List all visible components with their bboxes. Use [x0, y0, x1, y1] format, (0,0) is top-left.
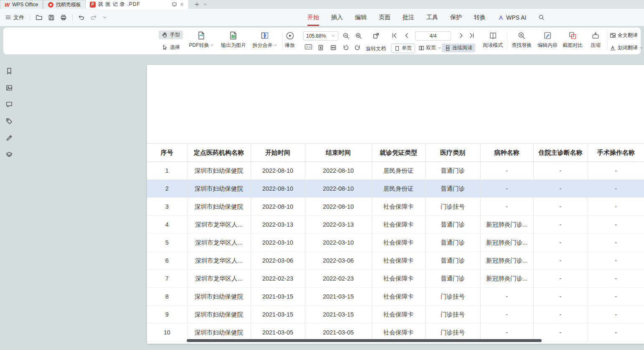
sidebar-layers-button[interactable] — [5, 151, 13, 158]
menu-tab-tools[interactable]: 工具 — [426, 9, 438, 26]
table-header-cell: 序号 — [147, 144, 187, 162]
continuous-read-button[interactable]: 连续阅读 — [442, 43, 475, 52]
separator — [607, 32, 608, 50]
table-row: 7深圳市龙华区人...2022-02-232022-02-23社会保障卡普通门诊… — [147, 270, 644, 288]
table-row: 2深圳市妇幼保健院2022-08-102022-08-10居民身份证普通门诊--… — [147, 180, 644, 198]
sidebar-annotate-button[interactable] — [5, 134, 13, 142]
table-cell: 10 — [147, 324, 187, 342]
zoom-in-button[interactable] — [355, 32, 362, 39]
table-cell: 1 — [147, 162, 187, 180]
one-to-one-button[interactable]: 1:1 — [305, 44, 312, 49]
table-cell: 新冠肺炎门诊... — [480, 270, 533, 288]
new-tab-button[interactable] — [193, 0, 201, 9]
table-cell: 3 — [147, 198, 187, 216]
page-indicator-input[interactable]: 4/4 — [415, 31, 451, 41]
tab-monitor-icon[interactable] — [172, 2, 177, 7]
tab-close-icon[interactable] — [180, 2, 184, 7]
undo-history-chevron[interactable] — [102, 15, 107, 20]
table-row: 9深圳市妇幼保健院2021-03-152021-03-15社会保障卡门诊挂号--… — [147, 306, 644, 324]
app-tab[interactable]: W WPS Office — [0, 0, 43, 9]
next-page-button[interactable] — [458, 32, 464, 39]
open-file-button[interactable] — [35, 14, 43, 21]
table-cell: - — [533, 180, 588, 198]
docer-template-tab[interactable]: 找稻壳模板 — [43, 0, 86, 9]
menu-tab-page[interactable]: 页面 — [379, 9, 390, 26]
table-cell: - — [588, 234, 644, 252]
table-cell: - — [588, 216, 644, 234]
hand-tool-label: 手型 — [170, 31, 180, 38]
print-button[interactable] — [60, 14, 67, 21]
last-page-button[interactable] — [469, 32, 475, 39]
menu-tab-edit[interactable]: 编辑 — [355, 9, 367, 26]
export-image-icon — [229, 31, 238, 40]
prev-page-button[interactable] — [403, 32, 410, 39]
sidebar-tag-button[interactable] — [5, 118, 13, 125]
read-mode-button[interactable]: 阅读模式 — [480, 31, 505, 49]
table-header-cell: 开始时间 — [251, 144, 305, 162]
one-to-one-label: 1:1 — [305, 44, 312, 49]
save-button[interactable] — [48, 14, 55, 21]
play-label: 播放 — [285, 42, 295, 49]
sidebar-thumbnail-button[interactable] — [5, 84, 13, 92]
document-tab[interactable]: P 就 医 记 录 .PDF — [86, 0, 188, 9]
continuous-read-icon — [445, 45, 451, 51]
table-cell: 2 — [147, 180, 187, 198]
table-cell: - — [480, 162, 533, 180]
compress-button[interactable]: 压缩 — [586, 31, 605, 49]
first-page-button[interactable] — [391, 32, 398, 39]
file-menu-button[interactable]: 文件 — [5, 14, 24, 21]
table-cell: 门诊挂号 — [425, 198, 480, 216]
fit-width-button[interactable] — [330, 44, 337, 51]
undo-button[interactable] — [78, 14, 85, 21]
zoom-out-button[interactable] — [342, 32, 350, 39]
document-viewport[interactable]: 序号定点医药机构名称开始时间结束时间就诊凭证类型医疗类别病种名称住院主诊断名称手… — [18, 55, 644, 350]
horizontal-scrollbar[interactable] — [187, 339, 542, 342]
table-cell: 2022-03-13 — [305, 216, 372, 234]
table-cell: - — [533, 198, 588, 216]
wps-ai-button[interactable]: WPS AI — [498, 14, 526, 21]
table-cell: 社会保障卡 — [372, 252, 425, 270]
menu-tab-home[interactable]: 开始 — [307, 9, 319, 26]
sidebar-comment-button[interactable] — [5, 101, 13, 108]
rotate-doc-button[interactable]: 旋转文档 — [366, 45, 386, 52]
rotate-left-button[interactable] — [342, 44, 349, 51]
window-tab-bar: W WPS Office 找稻壳模板 P 就 医 记 录 .PDF — [0, 0, 644, 9]
pdf-file-icon: P — [90, 2, 96, 8]
export-image-button[interactable]: 输出为图片 — [218, 31, 249, 49]
double-page-button[interactable]: 双页 — [418, 44, 441, 51]
table-cell: 社会保障卡 — [372, 216, 425, 234]
hamburger-icon — [5, 14, 11, 20]
table-cell: 9 — [147, 306, 187, 324]
fit-page-button[interactable] — [317, 44, 324, 51]
screenshot-compare-button[interactable]: 截图对比 — [560, 31, 585, 49]
zoom-level-combobox[interactable]: 105.88% — [303, 31, 338, 41]
pdf-convert-label: PDF转换 — [189, 42, 209, 49]
redo-button[interactable] — [90, 14, 97, 21]
hand-tool-button[interactable]: 手型 — [159, 31, 183, 39]
table-cell: 社会保障卡 — [372, 306, 425, 324]
menu-search-button[interactable] — [538, 14, 545, 20]
pdf-convert-button[interactable]: PDF转换 — [185, 31, 217, 49]
table-cell: 2021-03-15 — [251, 288, 305, 306]
menu-tab-convert[interactable]: 转换 — [474, 9, 486, 26]
split-merge-button[interactable]: 拆分合并 — [250, 31, 280, 49]
table-header-cell: 医疗类别 — [425, 144, 480, 162]
ribbon-toolbar: 手型 选择 PDF转换 输出为图片 — [3, 28, 641, 54]
menu-tab-comment[interactable]: 批注 — [403, 9, 414, 26]
table-cell: 社会保障卡 — [372, 234, 425, 252]
edit-content-button[interactable]: 编辑内容 — [535, 31, 560, 49]
table-cell: 居民身份证 — [372, 180, 425, 198]
sidebar-bookmark-button[interactable] — [5, 67, 13, 75]
full-translate-button[interactable]: 全文翻译 — [610, 32, 638, 39]
table-cell: 2022-02-23 — [305, 270, 372, 288]
single-page-button[interactable]: 单页 — [391, 43, 415, 53]
fit-window-button[interactable] — [373, 32, 380, 39]
word-translate-button[interactable]: 划词翻译 — [610, 44, 643, 51]
menu-tab-protect[interactable]: 保护 — [450, 9, 462, 26]
menu-tab-insert[interactable]: 插入 — [331, 9, 343, 26]
rotate-right-button[interactable] — [354, 44, 361, 51]
select-tool-button[interactable]: 选择 — [159, 43, 183, 52]
play-button[interactable]: 播放 — [281, 31, 299, 49]
find-replace-button[interactable]: 查找替换 — [510, 31, 534, 49]
tab-list-chevron[interactable] — [201, 0, 209, 9]
